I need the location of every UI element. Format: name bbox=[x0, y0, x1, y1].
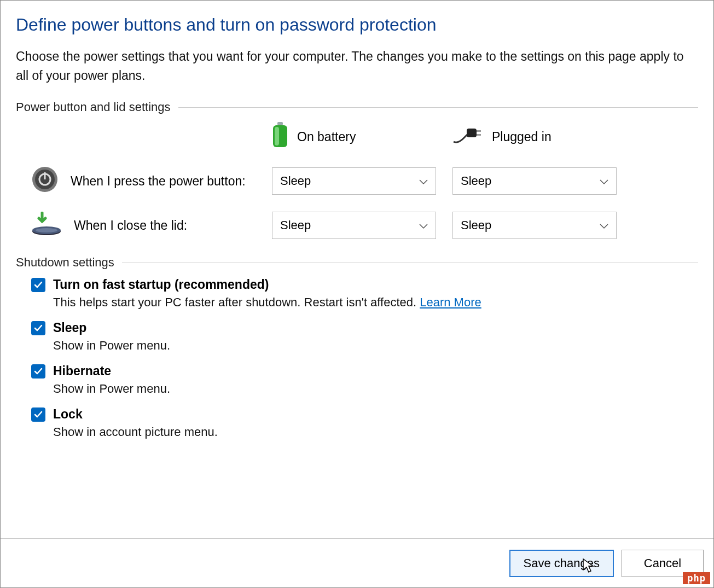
lid-close-icon bbox=[31, 212, 62, 239]
battery-icon bbox=[272, 122, 288, 152]
power-button-battery-select[interactable]: Sleep bbox=[272, 167, 436, 195]
svg-rect-5 bbox=[477, 134, 481, 136]
select-value: Sleep bbox=[461, 174, 491, 188]
checkbox-fast-startup[interactable] bbox=[31, 278, 45, 292]
power-button-icon bbox=[31, 166, 59, 196]
section-header-shutdown: Shutdown settings bbox=[16, 255, 698, 270]
svg-rect-3 bbox=[467, 129, 477, 137]
checkbox-label: Hibernate bbox=[53, 364, 111, 379]
power-button-plugged-select[interactable]: Sleep bbox=[452, 167, 617, 195]
close-lid-plugged-select[interactable]: Sleep bbox=[452, 212, 617, 239]
checkbox-label: Turn on fast startup (recommended) bbox=[53, 277, 269, 292]
row-label: When I close the lid: bbox=[74, 218, 187, 233]
watermark: php bbox=[683, 572, 710, 584]
page-title: Define power buttons and turn on passwor… bbox=[16, 15, 698, 35]
column-header-battery: On battery bbox=[272, 122, 452, 152]
svg-rect-4 bbox=[477, 130, 481, 132]
footer: Save changes Cancel bbox=[1, 538, 713, 587]
checkbox-hibernate[interactable] bbox=[31, 364, 45, 379]
checkbox-label: Sleep bbox=[53, 321, 86, 335]
svg-rect-0 bbox=[277, 122, 283, 125]
checkbox-description: This helps start your PC faster after sh… bbox=[53, 295, 698, 310]
chevron-down-icon bbox=[600, 218, 608, 232]
select-value: Sleep bbox=[280, 174, 311, 188]
select-value: Sleep bbox=[461, 218, 491, 232]
page-description: Choose the power settings that you want … bbox=[16, 47, 698, 85]
chevron-down-icon bbox=[419, 218, 428, 232]
save-changes-button[interactable]: Save changes bbox=[509, 550, 614, 577]
checkbox-description: Show in Power menu. bbox=[53, 339, 698, 353]
section-label: Shutdown settings bbox=[16, 255, 114, 270]
divider bbox=[122, 263, 698, 263]
checkbox-description: Show in Power menu. bbox=[53, 382, 698, 396]
row-label: When I press the power button: bbox=[71, 174, 246, 189]
divider bbox=[178, 107, 698, 108]
chevron-down-icon bbox=[600, 174, 608, 188]
checkbox-description: Show in account picture menu. bbox=[53, 425, 698, 439]
svg-point-12 bbox=[36, 228, 57, 232]
svg-rect-2 bbox=[275, 127, 279, 145]
chevron-down-icon bbox=[419, 174, 428, 188]
checkbox-lock[interactable] bbox=[31, 407, 45, 422]
section-header-power-lid: Power button and lid settings bbox=[16, 100, 698, 114]
column-header-plugged: Plugged in bbox=[452, 125, 633, 148]
learn-more-link[interactable]: Learn More bbox=[420, 295, 481, 309]
plug-icon bbox=[452, 125, 483, 148]
column-label: On battery bbox=[297, 130, 356, 144]
select-value: Sleep bbox=[280, 218, 311, 232]
section-label: Power button and lid settings bbox=[16, 100, 171, 114]
checkbox-label: Lock bbox=[53, 407, 83, 422]
close-lid-battery-select[interactable]: Sleep bbox=[272, 212, 436, 239]
column-label: Plugged in bbox=[492, 130, 552, 144]
checkbox-sleep[interactable] bbox=[31, 321, 45, 335]
